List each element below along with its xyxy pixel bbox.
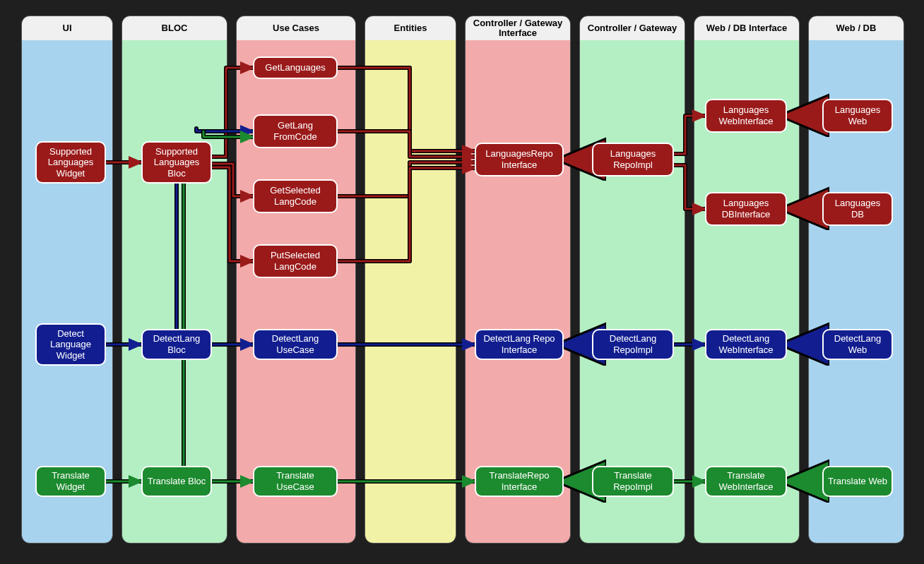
node-lrimpl: Languages RepoImpl (592, 143, 674, 176)
node-pslc: PutSelected LangCode (253, 244, 338, 278)
column-bloc: BLOC (122, 16, 227, 544)
column-header-wdbi: Web / DB Interface (694, 16, 799, 41)
column-header-cg: Controller / Gateway (580, 16, 685, 41)
column-header-bloc: BLOC (122, 16, 227, 41)
column-cg: Controller / Gateway (579, 16, 685, 544)
column-cgi: Controller / Gateway Interface (465, 16, 571, 544)
node-slw: Supported Languages Widget (35, 141, 106, 184)
column-ui: UI (21, 16, 113, 544)
node-dlri: DetectLang Repo Interface (475, 329, 564, 360)
node-dlwi: DetectLang WebInterface (705, 329, 787, 360)
node-getlang: GetLanguages (253, 56, 338, 79)
node-glfc: GetLang FromCode (253, 114, 338, 148)
node-dlweb: DetectLang Web (822, 329, 893, 360)
column-wdb: Web / DB (808, 16, 904, 544)
column-wdbi: Web / DB Interface (694, 16, 800, 544)
column-header-wdb: Web / DB (809, 16, 904, 41)
node-dlb: DetectLang Bloc (141, 329, 212, 360)
node-lri: LanguagesRepo Interface (475, 143, 564, 176)
node-tuc: Translate UseCase (253, 466, 338, 497)
column-header-cgi: Controller / Gateway Interface (466, 16, 570, 41)
node-trimpl: Translate RepoImpl (592, 466, 674, 497)
node-slb: Supported Languages Bloc (141, 141, 212, 184)
column-header-entities: Entities (365, 16, 456, 41)
column-body-entities (365, 40, 456, 543)
node-tb: Translate Bloc (141, 466, 212, 497)
node-lwi: Languages WebInterface (705, 99, 787, 133)
node-tri: TranslateRepo Interface (475, 466, 564, 497)
node-gslc: GetSelected LangCode (253, 179, 338, 213)
node-dlw: Detect Language Widget (35, 323, 106, 366)
column-header-ui: UI (22, 16, 112, 41)
node-lw: Languages Web (822, 99, 893, 133)
node-tw: Translate Widget (35, 466, 106, 497)
node-twi: Translate WebInterface (705, 466, 787, 497)
node-tweb: Translate Web (822, 466, 893, 497)
column-entities: Entities (365, 16, 456, 544)
node-ldbi: Languages DBInterface (705, 192, 787, 226)
column-header-usecases: Use Cases (237, 16, 355, 41)
column-usecases: Use Cases (236, 16, 356, 544)
node-dlrimpl: DetectLang RepoImpl (592, 329, 674, 360)
node-ldb: Languages DB (822, 192, 893, 226)
node-dluc: DetectLang UseCase (253, 329, 338, 360)
